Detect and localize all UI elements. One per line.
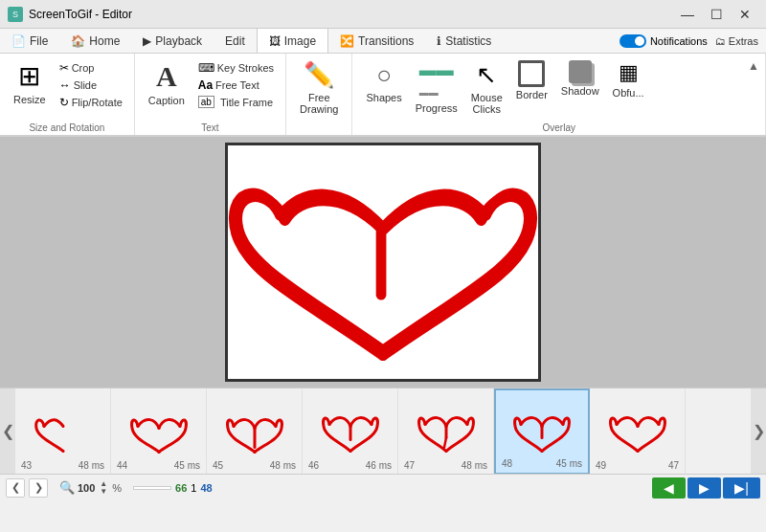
film-num-48: 48 — [502, 458, 512, 469]
zoom-percent: % — [112, 482, 122, 494]
film-item-48[interactable]: 48 45 ms — [494, 388, 590, 474]
free-drawing-label: FreeDrawing — [300, 92, 338, 115]
film-num-44: 44 — [117, 460, 127, 471]
zoom-down-arrow[interactable]: ▼ — [100, 488, 107, 496]
film-item-47[interactable]: 47 48 ms — [398, 388, 494, 474]
film-ms-46: 46 ms — [366, 460, 392, 471]
menu-home[interactable]: 🏠 Home — [59, 29, 131, 53]
main-canvas-area — [0, 137, 766, 388]
shapes-button[interactable]: ○ Shapes — [360, 57, 407, 106]
zoom-value: 100 — [78, 482, 95, 494]
film-ms-45: 48 ms — [270, 460, 296, 471]
app-title: ScreenToGif - Editor — [29, 8, 132, 21]
menu-playback[interactable]: ▶ Playback — [131, 29, 214, 53]
zoom-section: 🔍 100 ▲ ▼ % — [59, 480, 122, 496]
frame-total-green: 66 — [175, 482, 187, 494]
free-text-button[interactable]: Aa Free Text — [194, 77, 278, 94]
film-thumb-48 — [513, 407, 571, 459]
nav-next-button[interactable]: ▶ — [687, 477, 721, 499]
crop-button[interactable]: ✂ Crop — [56, 59, 126, 77]
text-stack: ⌨ Key Strokes Aa Free Text ab Title Fram… — [194, 59, 278, 110]
free-drawing-button[interactable]: ✏️ FreeDrawing — [294, 57, 344, 118]
mouse-clicks-icon: ↖ — [476, 60, 497, 90]
scroll-left-button[interactable]: ❮ — [6, 478, 25, 498]
shadow-button[interactable]: Shadow — [555, 57, 605, 100]
resize-button[interactable]: ⊞ Resize — [8, 57, 52, 108]
pencil-icon: ✏️ — [304, 60, 334, 90]
nav-end-button[interactable]: ▶| — [723, 477, 760, 499]
film-num-43: 43 — [21, 460, 32, 471]
film-item-43[interactable]: 43 48 ms — [15, 388, 111, 474]
titlebar: S ScreenToGif - Editor — ☐ ✕ — [0, 0, 766, 29]
menu-file[interactable]: 📄 File — [0, 29, 59, 53]
progress-label: Progress — [416, 102, 458, 114]
flip-rotate-button[interactable]: ↻ Flip/Rotate — [56, 94, 126, 111]
menu-image[interactable]: 🖼 Image — [257, 29, 328, 53]
crop-icon: ✂ — [59, 61, 69, 75]
extras-button[interactable]: 🗂 Extras — [715, 35, 758, 47]
key-strokes-button[interactable]: ⌨ Key Strokes — [194, 59, 278, 77]
title-frame-icon: ab — [198, 96, 214, 108]
filmstrip-items: 43 48 ms 44 45 ms 45 48 ms — [15, 388, 751, 474]
menu-edit[interactable]: Edit — [214, 29, 257, 53]
frame-total-blue: 48 — [200, 482, 212, 494]
collapse-ribbon-button[interactable]: ▲ — [745, 57, 762, 75]
film-item-45[interactable]: 45 48 ms — [207, 388, 303, 474]
progress-button[interactable]: ▬▬▬▬ Progress — [410, 57, 463, 117]
title-frame-label: Title Frame — [220, 97, 273, 108]
menu-edit-label: Edit — [225, 34, 245, 48]
shapes-label: Shapes — [366, 92, 401, 103]
filmstrip-scroll-right[interactable]: ❯ — [751, 388, 766, 475]
obfuscate-label: Obfu... — [613, 87, 644, 99]
obfuscate-icon: ▦ — [619, 60, 639, 85]
extras-label: Extras — [729, 35, 758, 47]
film-item-44[interactable]: 44 45 ms — [111, 388, 207, 474]
caption-button[interactable]: A Caption — [143, 57, 191, 109]
slide-icon: ↔ — [59, 78, 71, 92]
menu-transitions[interactable]: 🔀 Transitions — [328, 29, 425, 53]
nav-prev-button[interactable]: ◀ — [652, 477, 686, 499]
notifications-label: Notifications — [650, 35, 708, 47]
flip-rotate-icon: ↻ — [59, 96, 69, 109]
statusbar: ❮ ❯ 🔍 100 ▲ ▼ % 66 1 48 ◀ ▶ ▶| — [0, 474, 766, 500]
scroll-right-button[interactable]: ❯ — [29, 478, 48, 498]
extras-icon: 🗂 — [715, 35, 726, 47]
progress-icon: ▬▬▬▬ — [419, 60, 454, 100]
film-thumb-45 — [226, 407, 283, 459]
statistics-icon: ℹ — [437, 34, 441, 48]
border-button[interactable]: Border — [510, 57, 553, 103]
maximize-button[interactable]: ☐ — [703, 5, 730, 24]
menu-transitions-label: Transitions — [358, 34, 414, 48]
menu-statistics[interactable]: ℹ Statistics — [425, 29, 503, 53]
app-logo: S — [8, 7, 23, 22]
filmstrip-scroll-left[interactable]: ❮ — [0, 388, 15, 475]
close-button[interactable]: ✕ — [732, 5, 758, 24]
titlebar-controls: — ☐ ✕ — [674, 5, 758, 24]
obfuscate-button[interactable]: ▦ Obfu... — [607, 57, 650, 101]
text-group-label: Text — [135, 122, 285, 133]
mouse-clicks-button[interactable]: ↖ MouseClicks — [465, 57, 508, 118]
menu-home-label: Home — [89, 34, 120, 48]
minimize-button[interactable]: — — [674, 5, 701, 24]
playback-icon: ▶ — [143, 34, 151, 48]
film-item-46[interactable]: 46 46 ms — [303, 388, 398, 474]
film-thumb-44 — [130, 407, 188, 459]
film-ms-48: 45 ms — [556, 458, 582, 469]
border-label: Border — [516, 89, 548, 100]
shadow-label: Shadow — [561, 85, 599, 97]
home-icon: 🏠 — [71, 34, 85, 48]
title-frame-button[interactable]: ab Title Frame — [194, 94, 278, 110]
crop-stack: ✂ Crop ↔ Slide ↻ Flip/Rotate — [56, 59, 126, 111]
frame-count-separator: 1 — [191, 482, 196, 494]
toggle-switch[interactable] — [620, 34, 646, 48]
frame-number-input[interactable] — [133, 486, 171, 490]
ribbon-group-size-rotation: ⊞ Resize ✂ Crop ↔ Slide ↻ Flip/Rotate — [0, 54, 135, 135]
slide-button[interactable]: ↔ Slide — [56, 77, 126, 94]
crop-label: Crop — [72, 62, 95, 74]
menu-statistics-label: Statistics — [445, 34, 491, 48]
zoom-icon: 🔍 — [59, 480, 75, 495]
notifications-toggle[interactable]: Notifications — [620, 34, 708, 48]
film-item-49[interactable]: 49 47 — [590, 388, 686, 474]
film-thumb-46 — [322, 407, 379, 459]
navigation-buttons: ◀ ▶ ▶| — [652, 477, 760, 499]
